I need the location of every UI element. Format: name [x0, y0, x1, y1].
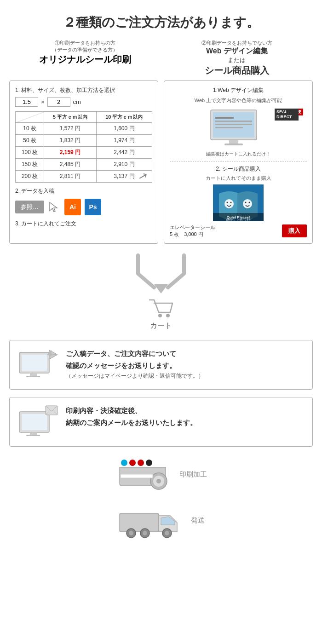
svg-rect-4: [224, 144, 243, 145]
svg-point-16: [245, 202, 247, 203]
svg-point-40: [129, 460, 136, 466]
svg-point-15: [243, 199, 252, 208]
monitor-svg: [208, 108, 268, 149]
svg-point-45: [156, 479, 161, 483]
table-row-price10: 1,600 円: [96, 123, 152, 135]
svg-point-53: [143, 531, 147, 535]
right-step2-sub: カートに入れてそのまま購入: [170, 175, 307, 182]
right-step1: 1.Web デザイン編集: [170, 86, 307, 94]
size-input-2[interactable]: [47, 97, 70, 107]
svg-point-22: [158, 314, 162, 317]
right-heading1: Web デザイン編集: [164, 46, 310, 56]
table-header-5: 5 平方ｃｍ以内: [44, 112, 96, 123]
left-box: 1. 材料、サイズ、枚数、加工方法を選択 × cm 5 平方ｃｍ以内 10 平方…: [9, 80, 158, 244]
table-row-price5: 2,159 円: [44, 147, 96, 159]
cart-dots: [147, 296, 175, 319]
table-row-price5: 1,832 円: [44, 135, 96, 147]
print-process-section: 印刷加工: [9, 456, 313, 493]
cart-icon: [147, 296, 175, 319]
svg-rect-8: [215, 127, 243, 128]
table-row-qty: 200 枚: [16, 171, 44, 183]
left-step3-label: 3. カートに入れてご注文: [15, 220, 152, 228]
info2-main-text2: 納期のご案内メールをお送りいたします。: [66, 417, 197, 429]
svg-point-17: [249, 202, 250, 203]
ship-process-section: 発送: [9, 502, 313, 539]
svg-rect-35: [26, 435, 40, 436]
left-heading: オリジナルシール印刷: [12, 53, 158, 66]
size-unit: cm: [73, 98, 81, 105]
svg-point-42: [146, 460, 152, 466]
svg-text:お静かに　お願いします: お静かに お願いします: [226, 218, 251, 221]
svg-rect-6: [215, 121, 252, 122]
product-name: エレベーターシール: [170, 224, 215, 231]
cursor-icon: [48, 201, 61, 213]
purchase-button[interactable]: 購入: [282, 224, 307, 237]
right-step2: 2. シール商品購入: [170, 165, 307, 173]
main-title: ２種類のご注文方法があります。: [9, 14, 313, 31]
left-col-header: ①印刷データをお持ちの方 （データの準備ができる方） オリジナルシール印刷: [12, 40, 158, 77]
right-col-header: ②印刷データをお持ちでない方 Web デザイン編集 または シール商品購入: [164, 40, 310, 77]
svg-point-51: [165, 531, 169, 535]
monitor-mail-icon: [17, 405, 58, 437]
svg-point-49: [129, 531, 133, 535]
table-row-price5: 1,572 円: [44, 123, 96, 135]
browse-row: 参照… Ai Ps: [15, 199, 152, 215]
seal-direct-badge: SEAL DIRECT: [275, 109, 299, 121]
ship-process-label: 発送: [191, 516, 205, 525]
svg-rect-26: [30, 373, 37, 376]
arrow-down-svg: [124, 253, 198, 294]
size-row: × cm: [15, 97, 152, 107]
svg-point-23: [166, 314, 170, 317]
ps-icon: Ps: [85, 199, 101, 215]
svg-point-13: [227, 202, 228, 203]
right-note1: ②印刷データをお持ちでない方: [164, 40, 310, 46]
svg-rect-3: [229, 140, 238, 144]
product-price: 5 枚 3,000 円: [170, 231, 215, 238]
info1-sub-text: （メッセージはマイページより確認・返信可能です。）: [66, 371, 204, 380]
info2-main-text1: 印刷内容・決済確定後、: [66, 405, 197, 417]
info-icon-area-1: [17, 348, 58, 382]
purchase-row: エレベーターシール 5 枚 3,000 円 購入: [170, 224, 307, 238]
svg-rect-34: [30, 432, 37, 435]
left-note2: （データの準備ができる方）: [12, 46, 158, 53]
truck-icon: [117, 502, 182, 539]
two-boxes: 1. 材料、サイズ、枚数、加工方法を選択 × cm 5 平方ｃｍ以内 10 平方…: [9, 80, 313, 244]
size-input-1[interactable]: [15, 97, 38, 107]
print-process-icon: [115, 456, 170, 493]
browse-button[interactable]: 参照…: [15, 201, 44, 213]
elevator-seal-svg: Quiet Please! お静かに お願いします: [213, 184, 264, 221]
left-step1-label: 1. 材料、サイズ、枚数、加工方法を選択: [15, 86, 152, 94]
right-or-label: または: [164, 56, 310, 64]
print-process-label: 印刷加工: [179, 470, 207, 479]
cart-label: カート: [150, 321, 172, 331]
info-box-1: ご入稿データ、ご注文内容について 確認のメッセージをお送りします。 （メッセージ…: [9, 340, 313, 390]
ai-icon: Ai: [64, 199, 81, 215]
info1-main-text1: ご入稿データ、ご注文内容について: [66, 348, 204, 360]
right-step1-sub: Web 上で文字内容や色等の編集が可能: [170, 97, 307, 104]
after-edit-label: 編集後はカートに入れるだけ！: [170, 151, 307, 157]
svg-rect-33: [22, 414, 47, 430]
svg-rect-25: [22, 355, 47, 371]
arrow-section: カート: [9, 253, 313, 338]
svg-point-41: [138, 460, 144, 466]
price-table: 5 平方ｃｍ以内 10 平方ｃｍ以内 10 枚1,572 円1,600 円50 …: [15, 111, 152, 183]
info-text-1: ご入稿データ、ご注文内容について 確認のメッセージをお送りします。 （メッセージ…: [66, 348, 204, 380]
left-step2-label: 2. データを入稿: [15, 187, 152, 195]
dashed-divider: [170, 161, 307, 161]
svg-marker-21: [154, 284, 168, 293]
right-box: 1.Web デザイン編集 Web 上で文字内容や色等の編集が可能: [164, 80, 313, 244]
info-box-2: 印刷内容・決済確定後、 納期のご案内メールをお送りいたします。: [9, 397, 313, 447]
svg-rect-46: [121, 474, 153, 478]
svg-marker-0: [50, 202, 57, 212]
table-row-qty: 150 枚: [16, 159, 44, 171]
left-note1: ①印刷データをお持ちの方: [12, 40, 158, 46]
right-heading2: シール商品購入: [164, 64, 310, 77]
size-cross: ×: [41, 98, 45, 105]
info-icon-area-2: [17, 405, 58, 439]
monitor-message-icon: [17, 348, 58, 380]
svg-rect-47: [120, 513, 159, 532]
table-row-price10: 2,910 円: [96, 159, 152, 171]
table-row-price5: 2,811 円: [44, 171, 96, 183]
monitor-area: SEAL DIRECT シール直送便: [170, 108, 307, 149]
seal-img-area: Quiet Please! お静かに お願いします: [170, 184, 307, 221]
